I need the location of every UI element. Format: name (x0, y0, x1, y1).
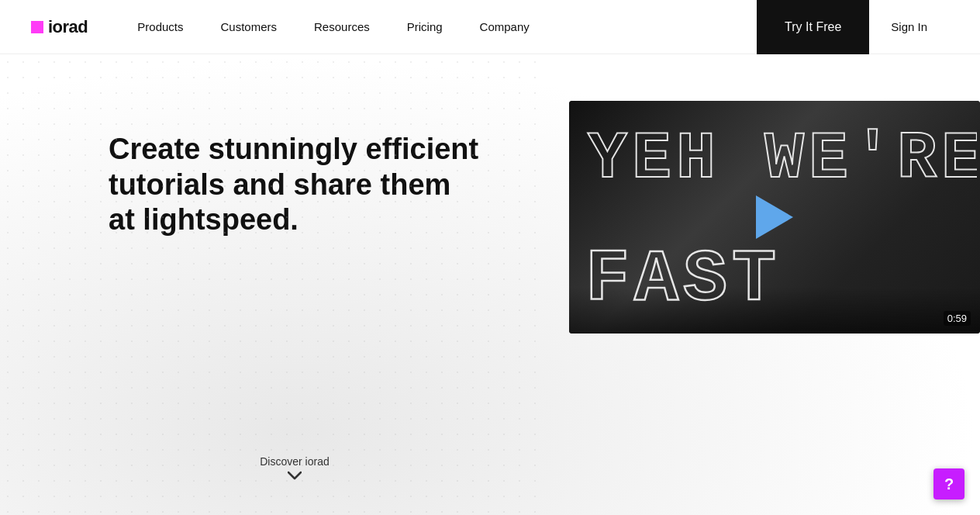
logo[interactable]: iorad (31, 17, 88, 37)
logo-icon (31, 21, 43, 33)
navbar: iorad Products Customers Resources Prici… (0, 0, 980, 54)
nav-resources[interactable]: Resources (295, 0, 388, 54)
hero-headline: Create stunningly efficient tutorials an… (109, 132, 481, 238)
chevron-down-icon[interactable] (288, 471, 302, 480)
try-free-button[interactable]: Try It Free (757, 0, 869, 54)
help-button[interactable]: ? (933, 468, 964, 499)
play-button[interactable] (756, 195, 793, 239)
video-content: YEH WE'RE FAST (569, 101, 980, 334)
nav-links: Products Customers Resources Pricing Com… (119, 0, 548, 54)
video-timer: 0:59 (944, 311, 971, 326)
nav-customers[interactable]: Customers (202, 0, 296, 54)
discover-label: Discover iorad (260, 455, 329, 468)
pixel-text-bottom-svg: FAST (581, 231, 814, 309)
logo-text: iorad (48, 17, 88, 37)
hero-section: Create stunningly efficient tutorials an… (0, 54, 980, 515)
nav-pricing[interactable]: Pricing (388, 0, 461, 54)
hero-text-block: Create stunningly efficient tutorials an… (109, 116, 481, 480)
nav-company[interactable]: Company (461, 0, 548, 54)
nav-right: Try It Free Sign In (757, 0, 949, 54)
video-thumbnail[interactable]: YEH WE'RE FAST 0:59 (569, 101, 980, 334)
discover-section: Discover iorad (109, 455, 481, 480)
nav-products[interactable]: Products (119, 0, 202, 54)
nav-left: iorad Products Customers Resources Prici… (31, 0, 548, 54)
svg-text:FAST: FAST (585, 238, 781, 309)
pixel-text-top-svg: YEH WE'RE (581, 107, 977, 192)
svg-text:YEH WE'RE: YEH WE'RE (588, 122, 977, 192)
sign-in-link[interactable]: Sign In (869, 0, 949, 54)
